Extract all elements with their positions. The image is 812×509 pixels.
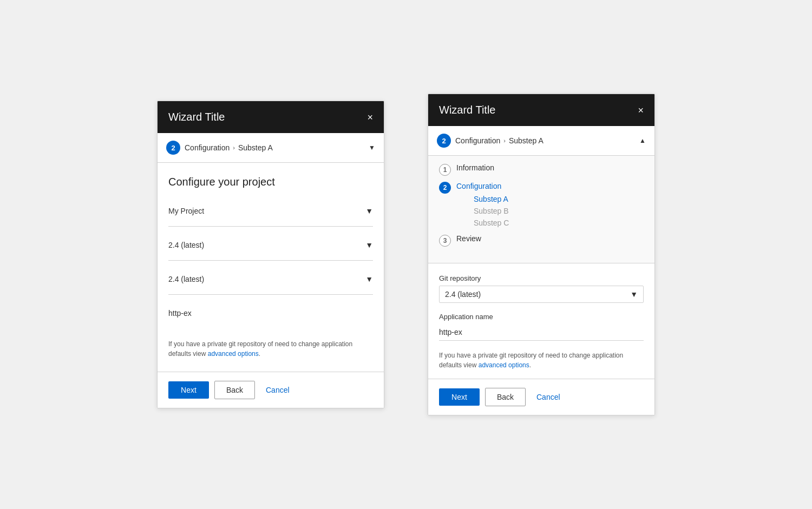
nav-step-2-badge: 2 (439, 182, 451, 194)
right-step-badge: 2 (437, 134, 451, 148)
nav-substep-a[interactable]: Substep A (474, 193, 509, 205)
breadcrumb-chevron: › (233, 144, 235, 151)
project-select-value: My Project (168, 207, 204, 215)
right-wizard-breadcrumb[interactable]: 2 Configuration › Substep A ▲ (428, 126, 654, 156)
nav-substep-c[interactable]: Substep C (474, 217, 509, 229)
version1-select-value: 2.4 (latest) (168, 241, 204, 249)
version2-select-arrow: ▼ (365, 275, 373, 283)
right-breadcrumb-text: Configuration › Substep A (455, 136, 543, 145)
breadcrumb-left: 2 Configuration › Substep A (166, 141, 273, 155)
advanced-options-link[interactable]: advanced options (208, 350, 259, 358)
git-repo-label: Git repository (439, 274, 644, 282)
left-wizard-body: Configure your project My Project ▼ 2.4 … (158, 163, 384, 372)
right-breadcrumb-substep-name: Substep A (509, 136, 543, 145)
nav-step-3-label: Review (456, 234, 481, 243)
appname-group: http-ex (168, 306, 373, 328)
nav-step-1-badge: 1 (439, 164, 451, 176)
step-badge: 2 (166, 141, 180, 155)
right-wizard-footer: Next Back Cancel (428, 379, 654, 415)
left-cancel-button[interactable]: Cancel (260, 381, 295, 399)
right-help-text: If you have a private git repository of … (439, 351, 644, 370)
app-name-group: Application name (439, 313, 644, 341)
right-wizard: Wizard Title × 2 Configuration › Substep… (428, 94, 655, 415)
left-wizard-header: Wizard Title × (158, 101, 384, 133)
left-wizard-footer: Next Back Cancel (158, 372, 384, 408)
nav-step-2-label: Configuration (456, 182, 501, 190)
right-breadcrumb-step-name: Configuration (455, 136, 500, 145)
version1-select-arrow: ▼ (365, 241, 373, 249)
nav-step-information[interactable]: 1 Information (439, 163, 644, 176)
git-repo-arrow: ▼ (630, 290, 638, 299)
breadcrumb-substep-name: Substep A (238, 143, 273, 152)
nav-step-configuration[interactable]: 2 Configuration Substep A Substep B Subs… (439, 181, 644, 229)
appname-display: http-ex (168, 306, 373, 321)
version2-select-group: 2.4 (latest) ▼ (168, 272, 373, 295)
right-breadcrumb-toggle-arrow[interactable]: ▲ (639, 137, 646, 144)
nav-step-2-content: Configuration Substep A Substep B Subste… (456, 181, 509, 229)
right-advanced-options-link[interactable]: advanced options (479, 361, 529, 369)
left-wizard-breadcrumb[interactable]: 2 Configuration › Substep A ▼ (158, 133, 384, 163)
right-wizard-body: Git repository 2.4 (latest) ▼ Applicatio… (428, 263, 654, 379)
version2-select[interactable]: 2.4 (latest) ▼ (168, 272, 373, 287)
left-wizard: Wizard Title × 2 Configuration › Substep… (157, 101, 384, 408)
right-wizard-nav: 1 Information 2 Configuration Substep A … (428, 156, 654, 263)
right-wizard-title: Wizard Title (439, 104, 495, 116)
right-wizard-close-button[interactable]: × (638, 105, 644, 115)
breadcrumb-step-name: Configuration (185, 143, 230, 152)
git-repo-group: Git repository 2.4 (latest) ▼ (439, 274, 644, 303)
left-back-button[interactable]: Back (214, 381, 255, 399)
project-select-group: My Project ▼ (168, 203, 373, 227)
right-breadcrumb-left: 2 Configuration › Substep A (437, 134, 543, 148)
nav-step-review[interactable]: 3 Review (439, 234, 644, 247)
nav-step-3-badge: 3 (439, 235, 451, 247)
nav-substep-b[interactable]: Substep B (474, 205, 509, 217)
left-body-title: Configure your project (168, 176, 373, 188)
git-repo-value: 2.4 (latest) (445, 290, 481, 299)
left-wizard-title: Wizard Title (168, 111, 225, 123)
breadcrumb-text: Configuration › Substep A (185, 143, 273, 152)
version1-select-group: 2.4 (latest) ▼ (168, 237, 373, 261)
project-select-arrow: ▼ (365, 207, 373, 215)
nav-step-1-label: Information (456, 163, 494, 172)
right-cancel-button[interactable]: Cancel (531, 388, 566, 406)
breadcrumb-toggle-arrow[interactable]: ▼ (369, 144, 375, 151)
right-wizard-header: Wizard Title × (428, 94, 654, 126)
right-help-text-post: . (529, 361, 531, 369)
version2-select-value: 2.4 (latest) (168, 275, 204, 283)
help-text: If you have a private git repository of … (168, 339, 373, 359)
right-breadcrumb-chevron: › (503, 137, 506, 144)
left-wizard-close-button[interactable]: × (367, 113, 373, 122)
app-name-input[interactable] (439, 324, 644, 341)
project-select[interactable]: My Project ▼ (168, 203, 373, 219)
git-repo-select[interactable]: 2.4 (latest) ▼ (439, 286, 644, 303)
version1-select[interactable]: 2.4 (latest) ▼ (168, 237, 373, 253)
right-back-button[interactable]: Back (485, 388, 526, 406)
nav-substeps: Substep A Substep B Substep C (474, 193, 509, 229)
app-name-label: Application name (439, 313, 644, 321)
help-text-post: . (259, 350, 260, 358)
left-next-button[interactable]: Next (168, 381, 209, 399)
right-next-button[interactable]: Next (439, 388, 480, 406)
